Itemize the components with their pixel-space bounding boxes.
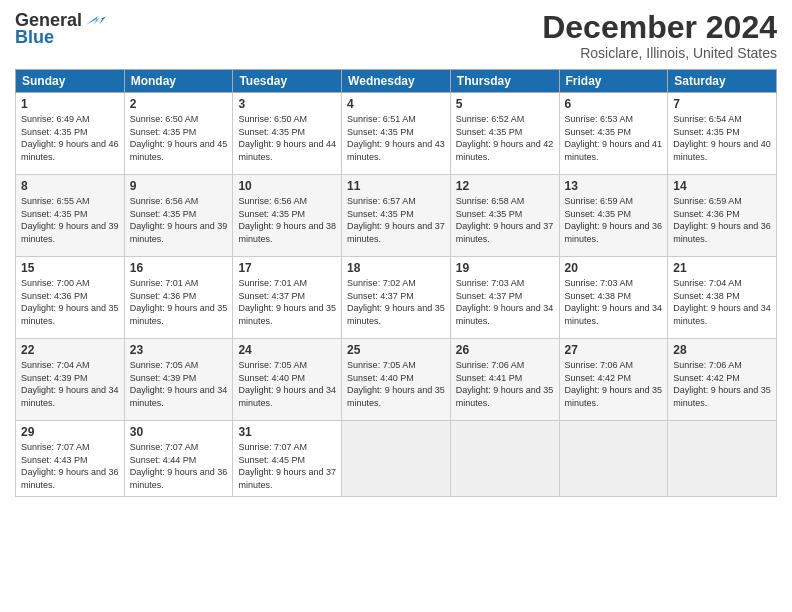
sunset-label: Sunset: 4:35 PM [347, 127, 414, 137]
day-number: 12 [456, 179, 554, 193]
calendar-cell [450, 421, 559, 496]
calendar-cell: 16 Sunrise: 7:01 AM Sunset: 4:36 PM Dayl… [124, 257, 233, 339]
day-info: Sunrise: 6:52 AM Sunset: 4:35 PM Dayligh… [456, 113, 554, 163]
day-info: Sunrise: 6:58 AM Sunset: 4:35 PM Dayligh… [456, 195, 554, 245]
day-number: 4 [347, 97, 445, 111]
sunset-label: Sunset: 4:45 PM [238, 455, 305, 465]
sunrise-label: Sunrise: 7:05 AM [347, 360, 416, 370]
day-number: 11 [347, 179, 445, 193]
day-number: 17 [238, 261, 336, 275]
day-info: Sunrise: 7:06 AM Sunset: 4:41 PM Dayligh… [456, 359, 554, 409]
day-number: 28 [673, 343, 771, 357]
day-info: Sunrise: 6:51 AM Sunset: 4:35 PM Dayligh… [347, 113, 445, 163]
sunset-label: Sunset: 4:38 PM [565, 291, 632, 301]
daylight-label: Daylight: 9 hours and 43 minutes. [347, 139, 445, 162]
calendar-cell: 15 Sunrise: 7:00 AM Sunset: 4:36 PM Dayl… [16, 257, 125, 339]
sunrise-label: Sunrise: 6:51 AM [347, 114, 416, 124]
day-info: Sunrise: 7:07 AM Sunset: 4:45 PM Dayligh… [238, 441, 336, 491]
calendar-cell: 3 Sunrise: 6:50 AM Sunset: 4:35 PM Dayli… [233, 93, 342, 175]
sunset-label: Sunset: 4:35 PM [238, 209, 305, 219]
sunrise-label: Sunrise: 6:50 AM [130, 114, 199, 124]
calendar-cell: 18 Sunrise: 7:02 AM Sunset: 4:37 PM Dayl… [342, 257, 451, 339]
day-info: Sunrise: 7:03 AM Sunset: 4:38 PM Dayligh… [565, 277, 663, 327]
day-info: Sunrise: 7:05 AM Sunset: 4:39 PM Dayligh… [130, 359, 228, 409]
sunrise-label: Sunrise: 6:57 AM [347, 196, 416, 206]
sunset-label: Sunset: 4:37 PM [347, 291, 414, 301]
day-info: Sunrise: 7:01 AM Sunset: 4:37 PM Dayligh… [238, 277, 336, 327]
daylight-label: Daylight: 9 hours and 35 minutes. [21, 303, 119, 326]
sunrise-label: Sunrise: 6:58 AM [456, 196, 525, 206]
sunrise-label: Sunrise: 7:04 AM [21, 360, 90, 370]
day-number: 29 [21, 425, 119, 439]
day-info: Sunrise: 7:06 AM Sunset: 4:42 PM Dayligh… [673, 359, 771, 409]
day-info: Sunrise: 7:02 AM Sunset: 4:37 PM Dayligh… [347, 277, 445, 327]
day-number: 27 [565, 343, 663, 357]
sunrise-label: Sunrise: 7:06 AM [456, 360, 525, 370]
sunset-label: Sunset: 4:35 PM [130, 209, 197, 219]
col-header-friday: Friday [559, 70, 668, 93]
day-info: Sunrise: 6:59 AM Sunset: 4:35 PM Dayligh… [565, 195, 663, 245]
day-number: 25 [347, 343, 445, 357]
day-number: 31 [238, 425, 336, 439]
day-info: Sunrise: 7:07 AM Sunset: 4:43 PM Dayligh… [21, 441, 119, 491]
logo-bird-icon [86, 11, 106, 31]
day-info: Sunrise: 7:03 AM Sunset: 4:37 PM Dayligh… [456, 277, 554, 327]
daylight-label: Daylight: 9 hours and 36 minutes. [673, 221, 771, 244]
day-number: 20 [565, 261, 663, 275]
sunset-label: Sunset: 4:35 PM [673, 127, 740, 137]
day-info: Sunrise: 6:55 AM Sunset: 4:35 PM Dayligh… [21, 195, 119, 245]
daylight-label: Daylight: 9 hours and 37 minutes. [456, 221, 554, 244]
day-number: 15 [21, 261, 119, 275]
daylight-label: Daylight: 9 hours and 36 minutes. [565, 221, 663, 244]
sunset-label: Sunset: 4:35 PM [565, 127, 632, 137]
calendar-cell: 13 Sunrise: 6:59 AM Sunset: 4:35 PM Dayl… [559, 175, 668, 257]
day-info: Sunrise: 6:56 AM Sunset: 4:35 PM Dayligh… [238, 195, 336, 245]
sunrise-label: Sunrise: 7:07 AM [21, 442, 90, 452]
calendar-cell: 26 Sunrise: 7:06 AM Sunset: 4:41 PM Dayl… [450, 339, 559, 421]
sunset-label: Sunset: 4:35 PM [565, 209, 632, 219]
sunrise-label: Sunrise: 6:55 AM [21, 196, 90, 206]
daylight-label: Daylight: 9 hours and 34 minutes. [21, 385, 119, 408]
month-title: December 2024 [542, 10, 777, 45]
day-info: Sunrise: 6:57 AM Sunset: 4:35 PM Dayligh… [347, 195, 445, 245]
day-number: 3 [238, 97, 336, 111]
calendar-cell: 19 Sunrise: 7:03 AM Sunset: 4:37 PM Dayl… [450, 257, 559, 339]
calendar-cell: 27 Sunrise: 7:06 AM Sunset: 4:42 PM Dayl… [559, 339, 668, 421]
sunset-label: Sunset: 4:38 PM [673, 291, 740, 301]
daylight-label: Daylight: 9 hours and 34 minutes. [130, 385, 228, 408]
sunset-label: Sunset: 4:36 PM [673, 209, 740, 219]
sunrise-label: Sunrise: 6:56 AM [130, 196, 199, 206]
page: General Blue December 2024 Rosiclare, Il… [0, 0, 792, 612]
sunset-label: Sunset: 4:44 PM [130, 455, 197, 465]
daylight-label: Daylight: 9 hours and 46 minutes. [21, 139, 119, 162]
calendar-cell: 31 Sunrise: 7:07 AM Sunset: 4:45 PM Dayl… [233, 421, 342, 496]
calendar-cell: 6 Sunrise: 6:53 AM Sunset: 4:35 PM Dayli… [559, 93, 668, 175]
day-number: 24 [238, 343, 336, 357]
daylight-label: Daylight: 9 hours and 35 minutes. [238, 303, 336, 326]
sunrise-label: Sunrise: 7:03 AM [565, 278, 634, 288]
day-number: 10 [238, 179, 336, 193]
sunset-label: Sunset: 4:35 PM [347, 209, 414, 219]
day-info: Sunrise: 7:05 AM Sunset: 4:40 PM Dayligh… [347, 359, 445, 409]
daylight-label: Daylight: 9 hours and 34 minutes. [238, 385, 336, 408]
sunrise-label: Sunrise: 7:06 AM [673, 360, 742, 370]
calendar-header-row: SundayMondayTuesdayWednesdayThursdayFrid… [16, 70, 777, 93]
calendar-cell: 20 Sunrise: 7:03 AM Sunset: 4:38 PM Dayl… [559, 257, 668, 339]
day-info: Sunrise: 7:07 AM Sunset: 4:44 PM Dayligh… [130, 441, 228, 491]
day-number: 1 [21, 97, 119, 111]
sunset-label: Sunset: 4:39 PM [21, 373, 88, 383]
day-number: 6 [565, 97, 663, 111]
calendar-cell: 14 Sunrise: 6:59 AM Sunset: 4:36 PM Dayl… [668, 175, 777, 257]
calendar-cell: 30 Sunrise: 7:07 AM Sunset: 4:44 PM Dayl… [124, 421, 233, 496]
calendar-cell: 24 Sunrise: 7:05 AM Sunset: 4:40 PM Dayl… [233, 339, 342, 421]
day-info: Sunrise: 6:56 AM Sunset: 4:35 PM Dayligh… [130, 195, 228, 245]
sunrise-label: Sunrise: 7:05 AM [130, 360, 199, 370]
daylight-label: Daylight: 9 hours and 35 minutes. [456, 385, 554, 408]
col-header-monday: Monday [124, 70, 233, 93]
calendar-cell: 8 Sunrise: 6:55 AM Sunset: 4:35 PM Dayli… [16, 175, 125, 257]
calendar-cell [668, 421, 777, 496]
day-info: Sunrise: 6:59 AM Sunset: 4:36 PM Dayligh… [673, 195, 771, 245]
daylight-label: Daylight: 9 hours and 38 minutes. [238, 221, 336, 244]
daylight-label: Daylight: 9 hours and 40 minutes. [673, 139, 771, 162]
calendar-cell: 7 Sunrise: 6:54 AM Sunset: 4:35 PM Dayli… [668, 93, 777, 175]
